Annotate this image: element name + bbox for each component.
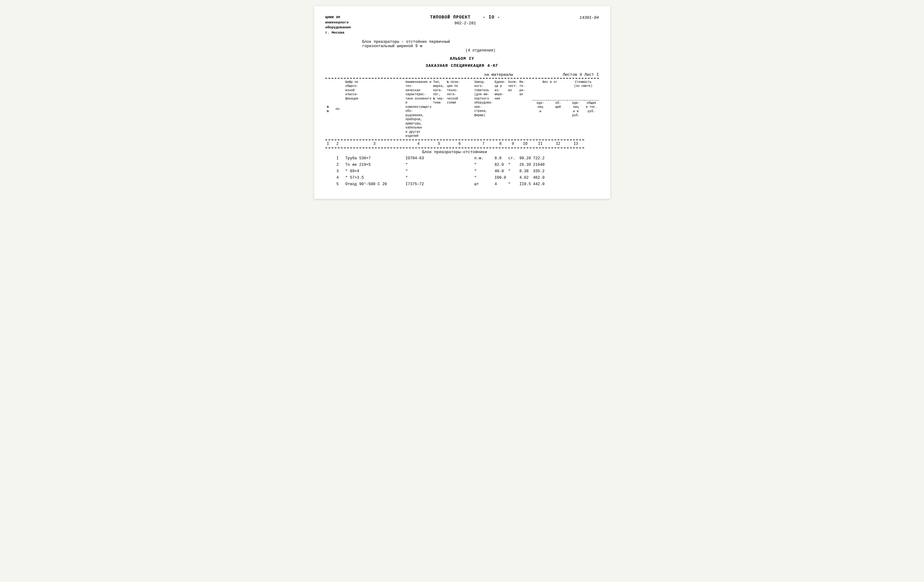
row4-pp: 4	[331, 175, 344, 181]
row1-material: ст.	[507, 155, 518, 162]
spec-table: №№ пп Шифр пообщесо-юзнойкласси-фикация …	[325, 79, 599, 188]
sheets-label: Листов 4 Лист I	[563, 73, 599, 77]
album-title: АЛЬБОМ IY	[325, 56, 599, 61]
row2-pp: 2	[331, 162, 344, 168]
row4-cunit	[548, 175, 568, 181]
hdr-unit: Едини-ца риз-мере-ния	[493, 79, 507, 139]
colnum-2: 2	[331, 141, 344, 147]
row3-wunit: 8.38	[518, 168, 532, 175]
row4-ctotal	[568, 175, 584, 181]
row3-qty: 40.0	[493, 168, 507, 175]
row3-type: "	[404, 168, 432, 175]
row4-name: " 57×3.5	[345, 175, 404, 181]
description-block: Блок преаэраторы – отстойник первичный г…	[325, 40, 599, 53]
colnum-10: IO	[518, 141, 532, 147]
on-materials-label: на материалы	[435, 73, 563, 77]
colnum-4: 4	[404, 141, 432, 147]
row5-cunit	[548, 181, 568, 188]
row5-wunit: II0.5	[518, 181, 532, 188]
row5-wtotal: 442.0	[532, 181, 548, 188]
row1-ctotal	[568, 155, 584, 162]
hdr-cost: Стоимость(по смете)	[568, 79, 599, 101]
row3-unit: "	[473, 168, 493, 175]
col-numbers-row: I 2 3 4 5 6 7 8 9 IO II I2 I3	[325, 141, 599, 147]
hdr-num2: пп	[331, 79, 344, 139]
row5-pp: 5	[331, 181, 344, 188]
row2-cunit	[548, 162, 568, 168]
row5-num	[325, 181, 331, 188]
hdr-type: Тип,марка,ката-лог,№ чер-тежа	[432, 79, 446, 139]
header-area: ЦНИИ ЭП инженерного оборудования г. Моск…	[325, 15, 599, 35]
top-dashed-line	[325, 78, 599, 79]
row3-manuf	[446, 168, 473, 175]
main-page: ЦНИИ ЭП инженерного оборудования г. Моск…	[314, 6, 610, 199]
row5-name: Отвод 90°–500 С 20	[345, 181, 404, 188]
colnum-13: I3	[568, 141, 584, 147]
row5-material: "	[507, 181, 518, 188]
row3-name: " 89×4	[345, 168, 404, 175]
org-line3: оборудования	[325, 25, 351, 30]
hdr-weight: Вес в кг	[532, 79, 568, 101]
dash-io: - IO -	[483, 15, 500, 20]
row4-pos	[432, 175, 446, 181]
hdr-cost-unit: еди-ницы вруб.	[568, 100, 584, 138]
hdr-material: Ма-те-ри-ал	[518, 79, 532, 139]
table-row: 4 " 57×3.5 " " I00.0 4.62 462.0	[325, 175, 599, 181]
row4-wtotal: 462.0	[532, 175, 548, 181]
row4-type: "	[404, 175, 432, 181]
row3-pos	[432, 168, 446, 175]
row1-manuf	[446, 155, 473, 162]
row4-unit: "	[473, 175, 493, 181]
org-line1: ЦНИИ ЭП	[325, 15, 351, 20]
row3-cunit	[548, 168, 568, 175]
desc-line2: горизонтальный шириной 9 м	[362, 44, 599, 48]
colnum-5: 5	[432, 141, 446, 147]
section-title-row: Блок преаэраторы-отстойники	[325, 149, 599, 156]
org-block: ЦНИИ ЭП инженерного оборудования г. Моск…	[325, 15, 351, 35]
hdr-classif: Шифр пообщесо-юзнойкласси-фикация	[345, 79, 404, 139]
table-row: I Труба 530×7 IO704–63 п.м. 8.0 ст. 90.2…	[325, 155, 599, 162]
hdr-qty: Коли-чест-во	[507, 79, 518, 139]
row2-manuf	[446, 162, 473, 168]
sheets-info: на материалы Листов 4 Лист I	[325, 73, 599, 77]
hdr-weight-total: об-щий	[548, 100, 568, 138]
row2-unit: "	[473, 162, 493, 168]
row1-pos	[432, 155, 446, 162]
row2-wunit: 26.39	[518, 162, 532, 168]
row3-ctotal	[568, 168, 584, 175]
colnum-1: I	[325, 141, 331, 147]
row5-type: I7375–72	[404, 181, 432, 188]
row3-wtotal: 335.2	[532, 168, 548, 175]
table-row: 5 Отвод 90°–500 С 20 I7375–72 шт 4 " II0…	[325, 181, 599, 188]
row1-wunit: 90.28	[518, 155, 532, 162]
row1-type: IO704–63	[404, 155, 432, 162]
org-line2: инженерного	[325, 20, 351, 25]
hdr-manufacturer: Завод-изго-товитель(для им-портногообору…	[473, 79, 493, 139]
colnum-3: 3	[345, 141, 404, 147]
colnum-9: 9	[507, 141, 518, 147]
org-line4: г. Москва	[325, 30, 351, 35]
row1-wtotal: 722.2	[532, 155, 548, 162]
table-row: 2 То же 219×5 " " 82.0 " 26.39 21640	[325, 162, 599, 168]
hdr-name: Наименование и тех-ническая характерис-т…	[404, 79, 432, 139]
row3-num	[325, 168, 331, 175]
project-label: ТИПОВОЙ ПРОЕКТ	[430, 15, 471, 20]
row1-unit: п.м.	[473, 155, 493, 162]
section-title-cell: Блок преаэраторы-отстойники	[325, 149, 584, 156]
row2-ctotal	[568, 162, 584, 168]
row5-ctotal	[568, 181, 584, 188]
row4-manuf	[446, 175, 473, 181]
row5-qty: 4	[493, 181, 507, 188]
row3-pp: 3	[331, 168, 344, 175]
hdr-weight-unit: еди-ницы	[532, 100, 548, 138]
row1-qty: 8.0	[493, 155, 507, 162]
center-header: ТИПОВОЙ ПРОЕКТ - IO - 902-2-281	[351, 15, 579, 26]
spec-table-wrapper: №№ пп Шифр пообщесо-юзнойкласси-фикация …	[325, 79, 599, 188]
colnum-12: I2	[548, 141, 568, 147]
row1-pp: I	[331, 155, 344, 162]
hdr-pos: № пози-ции потехно-логи-ческойсхеме	[446, 79, 473, 139]
row2-wtotal: 21640	[532, 162, 548, 168]
row2-name: То же 219×5	[345, 162, 404, 168]
row1-num	[325, 155, 331, 162]
desc-line3: (4 отделения)	[362, 48, 599, 53]
